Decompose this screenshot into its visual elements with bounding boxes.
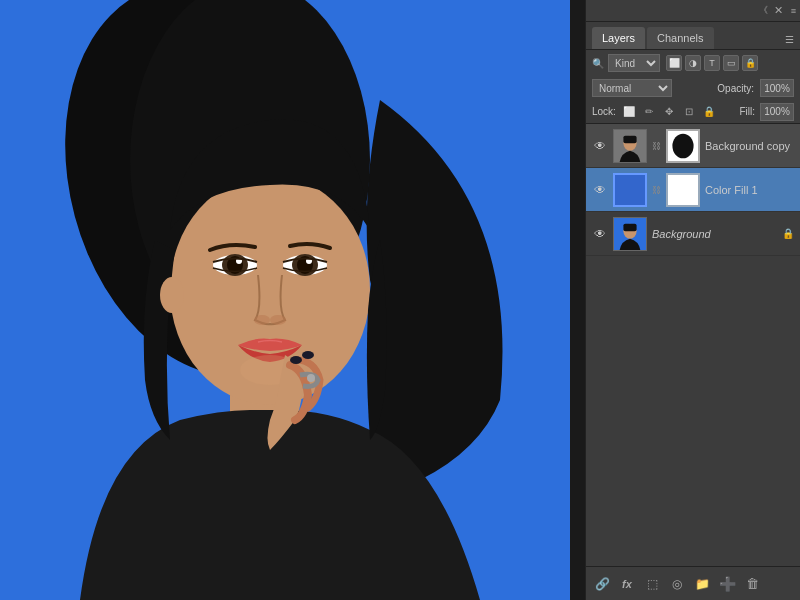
layer-name: Color Fill 1 xyxy=(705,184,794,196)
lock-all-btn[interactable]: 🔒 xyxy=(701,104,717,120)
fx-button[interactable]: fx xyxy=(617,574,637,594)
blend-mode-select[interactable]: Normal Multiply Screen Overlay xyxy=(592,79,672,97)
layer-thumbnail xyxy=(613,129,647,163)
layer-row[interactable]: 👁 ⛓ Color Fill 1 xyxy=(586,168,800,212)
lock-artboard-btn[interactable]: ⊡ xyxy=(681,104,697,120)
filter-type-btn[interactable]: T xyxy=(704,55,720,71)
filter-kind-select[interactable]: Kind Name Effect xyxy=(608,54,660,72)
opacity-input[interactable] xyxy=(760,79,794,97)
layer-mask-thumbnail xyxy=(666,173,700,207)
layer-visibility-icon[interactable]: 👁 xyxy=(592,182,608,198)
svg-point-18 xyxy=(290,356,302,364)
layer-lock-icon: 🔒 xyxy=(782,228,794,239)
svg-point-25 xyxy=(672,133,693,158)
layer-visibility-icon[interactable]: 👁 xyxy=(592,226,608,242)
layer-chain-icon: ⛓ xyxy=(652,185,661,195)
layer-name: Background copy xyxy=(705,140,794,152)
portrait-svg xyxy=(0,0,570,600)
layer-chain-icon: ⛓ xyxy=(652,141,661,151)
svg-point-19 xyxy=(302,351,314,359)
svg-rect-26 xyxy=(615,175,645,205)
svg-point-14 xyxy=(270,315,286,325)
svg-point-13 xyxy=(254,315,270,325)
layer-visibility-icon[interactable]: 👁 xyxy=(592,138,608,154)
opacity-label: Opacity: xyxy=(717,83,754,94)
panel-tabs: Layers Channels ☰ xyxy=(586,22,800,50)
lock-transparent-btn[interactable]: ⬜ xyxy=(621,104,637,120)
add-mask-button[interactable]: ⬚ xyxy=(642,574,662,594)
filter-smart-btn[interactable]: 🔒 xyxy=(742,55,758,71)
new-layer-button[interactable]: ➕ xyxy=(717,574,737,594)
panel-menu-dots[interactable]: ≡ xyxy=(791,6,796,16)
lock-pixels-btn[interactable]: ✏ xyxy=(641,104,657,120)
blend-mode-row: Normal Multiply Screen Overlay Opacity: xyxy=(586,76,800,100)
filter-shape-btn[interactable]: ▭ xyxy=(723,55,739,71)
lock-row: Lock: ⬜ ✏ ✥ ⊡ 🔒 Fill: xyxy=(586,100,800,124)
svg-rect-23 xyxy=(623,135,636,143)
panel-close-button[interactable]: ✕ xyxy=(774,4,783,17)
layers-list: 👁 ⛓ Bac xyxy=(586,124,800,566)
canvas-area: 《 ✕ ≡ Layers Channels ☰ 🔍 Kind Name Effe… xyxy=(0,0,800,600)
layer-row[interactable]: 👁 ⛓ Bac xyxy=(586,124,800,168)
filter-search-icon: 🔍 xyxy=(592,58,604,69)
delete-layer-button[interactable]: 🗑 xyxy=(742,574,762,594)
layer-name: Background xyxy=(652,228,777,240)
svg-point-17 xyxy=(307,374,315,382)
svg-rect-27 xyxy=(668,175,698,205)
tab-layers[interactable]: Layers xyxy=(592,27,645,49)
filter-row: 🔍 Kind Name Effect ⬜ ◑ T ▭ 🔒 xyxy=(586,50,800,76)
panel-options-menu[interactable]: ☰ xyxy=(785,34,794,49)
photo-background xyxy=(0,0,570,600)
panel-bottom-toolbar: 🔗 fx ⬚ ◎ 📁 ➕ 🗑 xyxy=(586,566,800,600)
filter-pixel-btn[interactable]: ⬜ xyxy=(666,55,682,71)
panel-collapse-arrows[interactable]: 《 xyxy=(759,4,768,17)
panel-topbar: 《 ✕ ≡ xyxy=(586,0,800,22)
link-layers-button[interactable]: 🔗 xyxy=(592,574,612,594)
svg-rect-30 xyxy=(623,223,636,231)
lock-icons: ⬜ ✏ ✥ ⊡ 🔒 xyxy=(621,104,717,120)
layer-row[interactable]: 👁 Background 🔒 xyxy=(586,212,800,256)
lock-position-btn[interactable]: ✥ xyxy=(661,104,677,120)
fill-label: Fill: xyxy=(739,106,755,117)
fill-input[interactable] xyxy=(760,103,794,121)
svg-point-20 xyxy=(160,277,184,313)
layers-panel: 《 ✕ ≡ Layers Channels ☰ 🔍 Kind Name Effe… xyxy=(585,0,800,600)
new-group-button[interactable]: 📁 xyxy=(692,574,712,594)
lock-label: Lock: xyxy=(592,106,616,117)
filter-icon-group: ⬜ ◑ T ▭ 🔒 xyxy=(666,55,758,71)
filter-adjustment-btn[interactable]: ◑ xyxy=(685,55,701,71)
layer-mask-thumbnail xyxy=(666,129,700,163)
layer-thumbnail xyxy=(613,173,647,207)
layer-thumbnail xyxy=(613,217,647,251)
tab-channels[interactable]: Channels xyxy=(647,27,713,49)
fill-adjustment-button[interactable]: ◎ xyxy=(667,574,687,594)
